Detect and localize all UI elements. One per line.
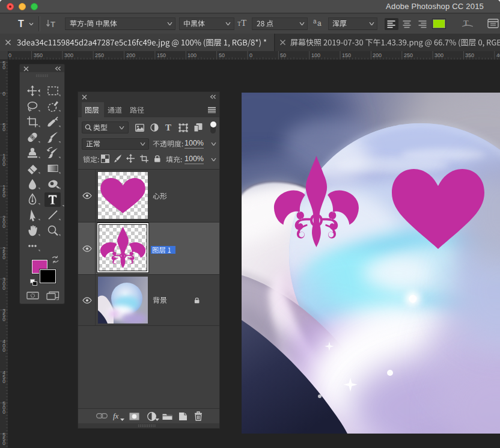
svg-text:250: 250 [95, 52, 104, 58]
svg-text:0: 0 [2, 440, 5, 446]
svg-text:0: 0 [2, 409, 5, 415]
svg-text:0: 0 [2, 254, 5, 260]
svg-text:0: 0 [2, 347, 5, 353]
svg-text:300: 300 [64, 52, 73, 58]
svg-text:T: T [50, 20, 55, 29]
svg-text:350: 350 [465, 52, 474, 58]
svg-text:250: 250 [404, 52, 413, 58]
svg-text:0: 0 [2, 192, 5, 198]
svg-text:0: 0 [2, 223, 5, 229]
svg-text:0: 0 [2, 378, 5, 384]
svg-text:50: 50 [280, 52, 286, 58]
svg-text:0: 0 [2, 64, 5, 70]
svg-text:a: a [317, 19, 322, 28]
svg-text:300: 300 [434, 52, 444, 58]
svg-text:350: 350 [34, 52, 43, 58]
svg-text:0: 0 [2, 316, 5, 322]
svg-text:100: 100 [311, 52, 320, 58]
svg-text:0: 0 [2, 126, 5, 132]
svg-text:0: 0 [249, 52, 252, 58]
svg-text:0: 0 [2, 285, 5, 291]
svg-text:100: 100 [188, 52, 197, 58]
svg-text:200: 200 [373, 52, 382, 58]
svg-text:0: 0 [2, 91, 5, 97]
svg-text:T: T [165, 123, 171, 132]
svg-text:400: 400 [496, 52, 500, 58]
svg-text:a: a [313, 18, 317, 25]
svg-text:200: 200 [126, 52, 135, 58]
svg-text:0: 0 [2, 161, 5, 167]
svg-text:150: 150 [342, 52, 351, 58]
svg-text:T: T [241, 18, 246, 28]
svg-text:50: 50 [219, 52, 225, 58]
svg-text:150: 150 [157, 52, 166, 58]
